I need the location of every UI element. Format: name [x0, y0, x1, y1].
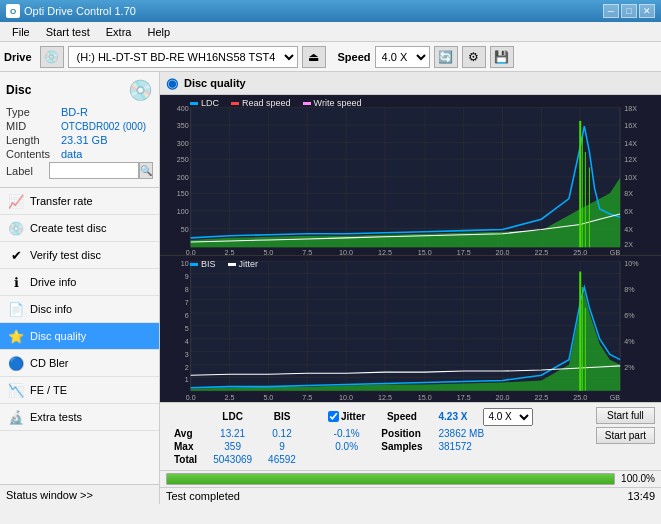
svg-text:250: 250 [177, 155, 189, 164]
svg-text:0.0: 0.0 [186, 394, 196, 402]
drive-select[interactable]: (H:) HL-DT-ST BD-RE WH16NS58 TST4 [68, 46, 298, 68]
sidebar-item-label-cd-bler: CD Bler [30, 357, 69, 369]
svg-text:16X: 16X [624, 121, 637, 130]
label-input[interactable] [49, 162, 139, 179]
disc-panel-icon: 💿 [128, 78, 153, 102]
menu-start-test[interactable]: Start test [38, 24, 98, 40]
sidebar-item-label-extra-tests: Extra tests [30, 411, 82, 423]
svg-text:GB: GB [610, 248, 621, 255]
start-full-button[interactable]: Start full [596, 407, 655, 424]
svg-text:17.5: 17.5 [457, 394, 471, 402]
svg-text:7.5: 7.5 [302, 394, 312, 402]
max-row-label: Max [166, 440, 205, 453]
avg-bis-value: 0.12 [260, 427, 304, 440]
sidebar-item-transfer-rate[interactable]: 📈 Transfer rate [0, 188, 159, 215]
bottom-status-bar: Test completed 13:49 [160, 487, 661, 504]
refresh-button[interactable]: 🔄 [434, 46, 458, 68]
sidebar-item-fe-te[interactable]: 📉 FE / TE [0, 377, 159, 404]
svg-text:4X: 4X [624, 225, 633, 234]
svg-text:10%: 10% [624, 260, 639, 269]
avg-ldc-value: 13.21 [205, 427, 260, 440]
sidebar-item-disc-quality[interactable]: ⭐ Disc quality [0, 323, 159, 350]
verify-test-disc-icon: ✔ [8, 247, 24, 263]
svg-text:6: 6 [185, 312, 189, 321]
svg-text:20.0: 20.0 [496, 248, 510, 255]
settings-button[interactable]: ⚙ [462, 46, 486, 68]
progress-bar-container: 100.0% [160, 470, 661, 487]
sidebar-item-disc-info[interactable]: 📄 Disc info [0, 296, 159, 323]
sidebar-item-verify-test-disc[interactable]: ✔ Verify test disc [0, 242, 159, 269]
ldc-label: LDC [201, 98, 219, 108]
progress-label: 100.0% [621, 473, 655, 484]
titlebar: O Opti Drive Control 1.70 ─ □ ✕ [0, 0, 661, 22]
legend-write-speed: Write speed [303, 98, 362, 108]
svg-text:25.0: 25.0 [573, 394, 587, 402]
svg-text:9: 9 [185, 272, 189, 281]
svg-text:2: 2 [185, 363, 189, 372]
svg-text:2.5: 2.5 [225, 248, 235, 255]
write-speed-legend-dot [303, 102, 311, 105]
read-speed-legend-dot [231, 102, 239, 105]
type-value: BD-R [61, 106, 88, 118]
svg-text:22.5: 22.5 [534, 248, 548, 255]
position-value: 23862 MB [431, 427, 542, 440]
cd-bler-icon: 🔵 [8, 355, 24, 371]
close-button[interactable]: ✕ [639, 4, 655, 18]
svg-text:5: 5 [185, 324, 189, 333]
svg-text:22.5: 22.5 [534, 394, 548, 402]
speed-col-header: Speed [373, 407, 430, 427]
eject-button[interactable]: ⏏ [302, 46, 326, 68]
sidebar-item-label-transfer-rate: Transfer rate [30, 195, 93, 207]
sidebar-item-label-fe-te: FE / TE [30, 384, 67, 396]
label-label: Label [6, 165, 49, 177]
menu-help[interactable]: Help [139, 24, 178, 40]
sidebar-item-create-test-disc[interactable]: 💿 Create test disc [0, 215, 159, 242]
svg-text:7.5: 7.5 [302, 248, 312, 255]
menu-extra[interactable]: Extra [98, 24, 140, 40]
jitter-legend-dot [228, 263, 236, 266]
max-ldc-value: 359 [205, 440, 260, 453]
save-button[interactable]: 💾 [490, 46, 514, 68]
disc-panel-title: Disc [6, 83, 31, 97]
disc-quality-header: ◉ Disc quality [160, 72, 661, 95]
start-part-button[interactable]: Start part [596, 427, 655, 444]
sidebar-item-drive-info[interactable]: ℹ Drive info [0, 269, 159, 296]
sidebar-item-cd-bler[interactable]: 🔵 CD Bler [0, 350, 159, 377]
svg-text:1: 1 [185, 376, 189, 385]
svg-text:2%: 2% [624, 363, 635, 372]
bis-legend-dot [190, 263, 198, 266]
speed-dropdown[interactable]: 4.0 X [483, 408, 533, 426]
samples-label: Samples [373, 440, 430, 453]
read-speed-label: Read speed [242, 98, 291, 108]
status-window-button[interactable]: Status window >> [0, 484, 159, 504]
disc-quality-header-icon: ◉ [166, 75, 178, 91]
avg-row-label: Avg [166, 427, 205, 440]
disc-quality-icon: ⭐ [8, 328, 24, 344]
menu-file[interactable]: File [4, 24, 38, 40]
nav-items: 📈 Transfer rate 💿 Create test disc ✔ Ver… [0, 188, 159, 484]
svg-text:10.0: 10.0 [339, 248, 353, 255]
svg-text:2.5: 2.5 [225, 394, 235, 402]
menubar: File Start test Extra Help [0, 22, 661, 42]
mid-label: MID [6, 120, 61, 132]
speed-select[interactable]: 4.0 X [375, 46, 430, 68]
sidebar-item-extra-tests[interactable]: 🔬 Extra tests [0, 404, 159, 431]
extra-tests-icon: 🔬 [8, 409, 24, 425]
jitter-checkbox[interactable] [328, 411, 339, 422]
action-buttons: Start full Start part [596, 407, 655, 444]
legend-bis: BIS [190, 259, 216, 269]
app-title: Opti Drive Control 1.70 [24, 5, 136, 17]
minimize-button[interactable]: ─ [603, 4, 619, 18]
label-search-button[interactable]: 🔍 [139, 162, 153, 179]
svg-text:4%: 4% [624, 338, 635, 347]
svg-text:12.5: 12.5 [378, 248, 392, 255]
svg-text:10.0: 10.0 [339, 394, 353, 402]
sidebar-item-label-verify-test-disc: Verify test disc [30, 249, 101, 261]
svg-text:2X: 2X [624, 240, 633, 249]
window-controls[interactable]: ─ □ ✕ [603, 4, 655, 18]
disc-panel: Disc 💿 Type BD-R MID OTCBDR002 (000) Len… [0, 72, 159, 188]
maximize-button[interactable]: □ [621, 4, 637, 18]
contents-label: Contents [6, 148, 61, 160]
stats-panel: LDC BIS Jitter Speed 4.23 X [160, 402, 661, 470]
drive-icon-button[interactable]: 💿 [40, 46, 64, 68]
